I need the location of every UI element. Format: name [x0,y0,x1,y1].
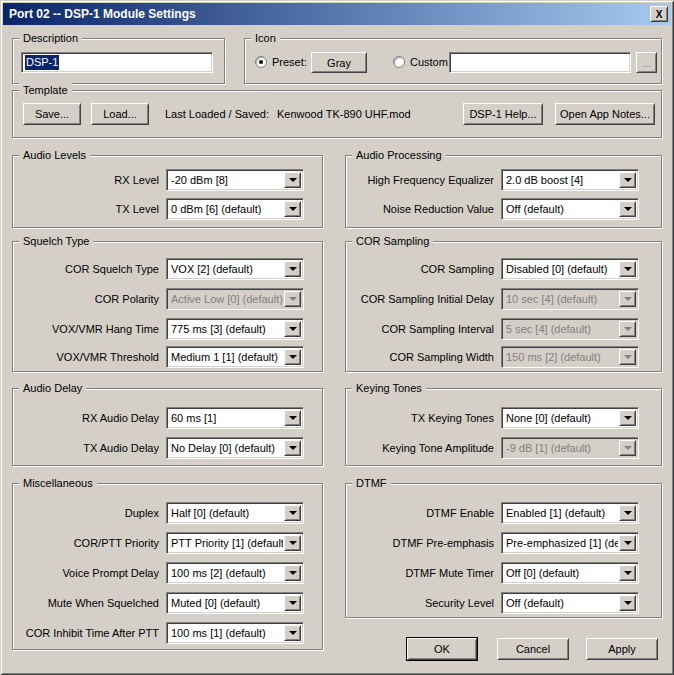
chevron-down-icon[interactable] [284,505,301,521]
chevron-down-icon[interactable] [619,261,636,277]
chevron-down-icon[interactable] [619,595,636,611]
chevron-down-icon[interactable] [284,535,301,551]
tx-keying-tones-dropdown[interactable]: None [0] (default) [501,407,639,429]
apply-button[interactable]: Apply [586,638,658,660]
tx-audio-delay-dropdown[interactable]: No Delay [0] (default) [166,437,304,459]
preset-radio-label: Preset: [272,56,307,68]
titlebar[interactable]: Port 02 -- DSP-1 Module Settings X [3,3,671,25]
dtmf-legend: DTMF [352,476,391,490]
security-level-dropdown[interactable]: Off (default) [501,592,639,614]
mute-when-squelched-dropdown[interactable]: Muted [0] (default) [166,592,304,614]
preset-radio[interactable] [255,56,267,68]
form-row: TX Audio Delay No Delay [0] (default) [21,437,304,459]
voice-prompt-delay-dropdown[interactable]: 100 ms [2] (default) [166,562,304,584]
vox-vmr-threshold-label: VOX/VMR Threshold [21,351,166,363]
preset-color-button[interactable]: Gray [311,52,367,73]
rx-level-value: -20 dBm [8] [171,172,283,188]
description-legend: Description [19,31,82,45]
chevron-down-icon [619,440,636,456]
chevron-down-icon[interactable] [284,410,301,426]
description-group: Description DSP-1 [12,38,225,84]
custom-icon-input-wrap [449,52,631,73]
tx-keying-tones-value: None [0] (default) [506,410,618,426]
duplex-dropdown[interactable]: Half [0] (default) [166,502,304,524]
form-row: COR Polarity Active Low [0] (default) [21,288,304,310]
chevron-down-icon[interactable] [284,321,301,337]
form-row: RX Level -20 dBm [8] [21,169,304,191]
form-row: VOX/VMR Threshold Medium 1 [1] (default) [21,346,304,368]
form-row: Duplex Half [0] (default) [21,502,304,524]
rx-level-dropdown[interactable]: -20 dBm [8] [166,169,304,191]
chevron-down-icon[interactable] [619,201,636,217]
chevron-down-icon[interactable] [619,505,636,521]
description-input[interactable]: DSP-1 [21,52,213,73]
dsp1-help-button[interactable]: DSP-1 Help... [463,103,543,125]
cor-polarity-label: COR Polarity [21,293,166,305]
keying-tone-amplitude-value: -9 dB [1] (default) [506,440,618,456]
miscellaneous-group: Miscellaneous Duplex Half [0] (default) … [12,483,323,650]
browse-button[interactable]: ... [636,52,657,73]
custom-radio[interactable] [393,56,405,68]
cor-sampling-value: Disabled [0] (default) [506,261,618,277]
chevron-down-icon[interactable] [619,410,636,426]
chevron-down-icon[interactable] [284,595,301,611]
miscellaneous-legend: Miscellaneous [19,476,97,490]
vox-vmr-hang-time-dropdown[interactable]: 775 ms [3] (default) [166,318,304,340]
cor-inhibit-time-after-ptt-dropdown[interactable]: 100 ms [1] (default) [166,622,304,644]
dtmf-mute-timer-label: DTMF Mute Timer [354,567,501,579]
keying-tones-legend: Keying Tones [352,381,426,395]
dtmf-pre-emphasis-dropdown[interactable]: Pre-emphasized [1] (def [501,532,639,554]
ok-button[interactable]: OK [407,638,477,660]
cor-sampling-legend: COR Sampling [352,234,433,248]
high-frequency-equalizer-dropdown[interactable]: 2.0 dB boost [4] [501,169,639,191]
tx-level-label: TX Level [21,203,166,215]
form-row: RX Audio Delay 60 ms [1] [21,407,304,429]
chevron-down-icon[interactable] [284,440,301,456]
chevron-down-icon[interactable] [284,349,301,365]
chevron-down-icon[interactable] [284,565,301,581]
form-row: DTMF Enable Enabled [1] (default) [354,502,639,524]
chevron-down-icon[interactable] [284,201,301,217]
cor-squelch-type-dropdown[interactable]: VOX [2] (default) [166,258,304,280]
mute-when-squelched-value: Muted [0] (default) [171,595,283,611]
form-row: COR Sampling Interval 5 sec [4] (default… [354,318,639,340]
form-row: DTMF Pre-emphasis Pre-emphasized [1] (de… [354,532,639,554]
cor-squelch-type-value: VOX [2] (default) [171,261,283,277]
chevron-down-icon[interactable] [619,172,636,188]
chevron-down-icon [619,321,636,337]
rx-audio-delay-dropdown[interactable]: 60 ms [1] [166,407,304,429]
chevron-down-icon[interactable] [284,261,301,277]
cor-sampling-dropdown[interactable]: Disabled [0] (default) [501,258,639,280]
form-row: Mute When Squelched Muted [0] (default) [21,592,304,614]
rx-audio-delay-label: RX Audio Delay [21,412,166,424]
chevron-down-icon[interactable] [619,535,636,551]
custom-icon-input[interactable] [453,53,630,72]
noise-reduction-value-dropdown[interactable]: Off (default) [501,198,639,220]
close-button[interactable]: X [650,6,668,22]
form-row: COR Squelch Type VOX [2] (default) [21,258,304,280]
vox-vmr-threshold-dropdown[interactable]: Medium 1 [1] (default) [166,346,304,368]
dtmf-enable-dropdown[interactable]: Enabled [1] (default) [501,502,639,524]
tx-audio-delay-label: TX Audio Delay [21,442,166,454]
load-button[interactable]: Load... [91,103,149,125]
vox-vmr-hang-time-label: VOX/VMR Hang Time [21,323,166,335]
form-row: COR Inhibit Time After PTT 100 ms [1] (d… [21,622,304,644]
dtmf-mute-timer-dropdown[interactable]: Off [0] (default) [501,562,639,584]
form-row: COR/PTT Priority PTT Priority [1] (defau… [21,532,304,554]
cancel-button[interactable]: Cancel [497,638,569,660]
vox-vmr-hang-time-value: 775 ms [3] (default) [171,321,283,337]
chevron-down-icon[interactable] [284,625,301,641]
open-app-notes-button[interactable]: Open App Notes... [555,103,655,125]
template-group: Template Save... Load... Last Loaded / S… [12,90,662,138]
cor-ptt-priority-dropdown[interactable]: PTT Priority [1] (default) [166,532,304,554]
window-title: Port 02 -- DSP-1 Module Settings [9,7,196,21]
chevron-down-icon[interactable] [619,565,636,581]
duplex-label: Duplex [21,507,166,519]
dtmf-pre-emphasis-value: Pre-emphasized [1] (def [506,535,618,551]
tx-level-dropdown[interactable]: 0 dBm [6] (default) [166,198,304,220]
chevron-down-icon[interactable] [284,172,301,188]
audio-levels-group: Audio Levels RX Level -20 dBm [8] TX Lev… [12,155,323,228]
security-level-value: Off (default) [506,595,618,611]
cor-polarity-dropdown: Active Low [0] (default) [166,288,304,310]
save-button[interactable]: Save... [23,103,81,125]
